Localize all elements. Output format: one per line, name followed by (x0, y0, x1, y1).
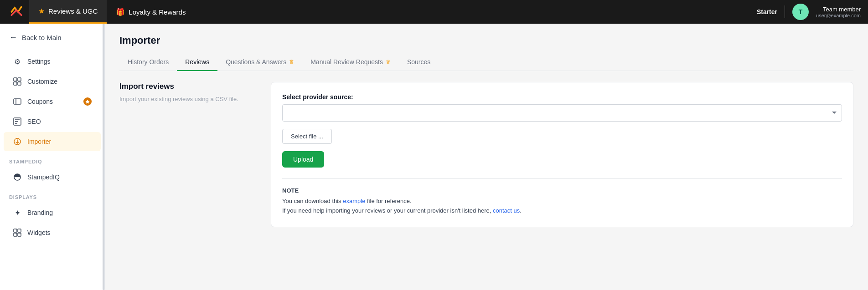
sidebar-item-branding-label: Branding (27, 209, 53, 216)
import-title: Import reviews (119, 82, 256, 91)
tab-manual-review-requests[interactable]: Manual Review Requests ♛ (302, 54, 399, 71)
sidebar-item-settings-label: Settings (27, 58, 51, 65)
coupons-icon (13, 97, 22, 106)
svg-rect-1 (18, 78, 21, 81)
branding-icon: ✦ (13, 208, 22, 217)
sidebar-item-seo-label: SEO (27, 118, 41, 125)
sidebar-item-stampediq-label: StampedIQ (27, 173, 60, 181)
sidebar-scrollbar (103, 24, 104, 290)
nav-right: Starter T Team member user@example.com (757, 4, 861, 20)
nav-tab-loyalty-label: Loyalty & Rewards (129, 8, 186, 16)
sidebar-item-customize[interactable]: Customize (4, 72, 101, 91)
sidebar-item-widgets[interactable]: Widgets (4, 223, 101, 242)
tab-questions-answers-label: Questions & Answers (226, 58, 286, 66)
nav-tab-reviews[interactable]: ★ Reviews & UGC (29, 0, 107, 24)
note-line1: You can download this example file for r… (282, 197, 842, 206)
svg-rect-13 (14, 229, 17, 232)
note-line2-suffix: . (520, 207, 522, 214)
sidebar-item-seo[interactable]: SEO (4, 112, 101, 131)
crown-icon-qa: ♛ (289, 59, 294, 65)
tab-sources-label: Sources (407, 58, 430, 66)
sidebar-item-importer-label: Importer (27, 138, 51, 145)
select-provider-label: Select provider source: (282, 93, 842, 101)
sidebar-item-coupons-label: Coupons (27, 98, 53, 105)
sidebar: ← Back to Main ⚙ Settings Customize (0, 24, 105, 290)
tab-reviews-label: Reviews (185, 58, 209, 66)
back-arrow-icon: ← (9, 33, 17, 42)
displays-section-label: DISPLAYS (0, 187, 104, 203)
select-file-button[interactable]: Select file ... (282, 129, 332, 144)
note-label: NOTE (282, 187, 842, 194)
tab-history-orders[interactable]: History Orders (119, 54, 177, 71)
customize-icon (13, 77, 22, 86)
tab-reviews[interactable]: Reviews (177, 54, 217, 71)
tab-history-orders-label: History Orders (128, 58, 169, 66)
note-line2: If you need help importing your reviews … (282, 206, 842, 216)
importer-icon (13, 137, 22, 146)
svg-rect-15 (14, 233, 17, 236)
sidebar-item-branding[interactable]: ✦ Branding (4, 203, 101, 222)
note-line1-suffix: file for reference. (365, 198, 411, 204)
stampediq-section-label: STAMPEDIQ (0, 152, 104, 167)
note-line1-prefix: You can download this (282, 198, 343, 204)
sidebar-item-coupons[interactable]: Coupons (4, 92, 101, 111)
sidebar-item-widgets-label: Widgets (27, 229, 51, 236)
svg-rect-4 (14, 99, 21, 104)
sidebar-item-customize-label: Customize (27, 78, 57, 85)
svg-rect-2 (14, 82, 17, 85)
tab-manual-review-requests-label: Manual Review Requests (310, 58, 383, 66)
crown-icon-mrr: ♛ (386, 59, 391, 65)
coupons-badge (83, 97, 92, 106)
logo (7, 3, 26, 21)
starter-badge: Starter (757, 8, 777, 15)
top-navigation: ★ Reviews & UGC 🎁 Loyalty & Rewards Star… (0, 0, 868, 24)
tabs-bar: History Orders Reviews Questions & Answe… (119, 54, 853, 71)
svg-marker-6 (86, 100, 90, 104)
sidebar-item-importer[interactable]: Importer (4, 132, 101, 151)
note-line2-prefix: If you need help importing your reviews … (282, 207, 493, 214)
user-name: Team member (823, 6, 861, 13)
sidebar-back-button[interactable]: ← Back to Main (0, 24, 104, 51)
svg-rect-3 (18, 82, 21, 85)
nav-tab-reviews-label: Reviews & UGC (48, 7, 98, 15)
app-body: ← Back to Main ⚙ Settings Customize (0, 24, 868, 290)
note-contact-link[interactable]: contact us (493, 207, 520, 214)
page-title: Importer (119, 35, 853, 46)
sidebar-item-stampediq[interactable]: StampedIQ (4, 168, 101, 187)
seo-icon (13, 117, 22, 126)
star-icon: ★ (38, 7, 45, 15)
user-info: Team member user@example.com (816, 6, 861, 18)
settings-icon: ⚙ (13, 57, 22, 66)
sidebar-item-settings[interactable]: ⚙ Settings (4, 52, 101, 71)
avatar: T (792, 4, 809, 20)
import-card: Select provider source: Select file ... … (271, 82, 853, 227)
content-left: Import reviews Import your existing revi… (119, 82, 256, 104)
upload-button[interactable]: Upload (282, 151, 324, 168)
stampediq-icon (13, 173, 22, 182)
svg-rect-16 (18, 233, 21, 236)
nav-divider (785, 5, 785, 18)
sidebar-back-label: Back to Main (22, 34, 62, 41)
widgets-icon (13, 228, 22, 237)
tab-questions-answers[interactable]: Questions & Answers ♛ (217, 54, 302, 71)
note-section: NOTE You can download this example file … (282, 178, 842, 216)
gift-icon: 🎁 (116, 8, 125, 16)
user-email: user@example.com (816, 13, 861, 18)
main-content: Importer History Orders Reviews Question… (105, 24, 868, 290)
svg-rect-14 (18, 229, 21, 232)
content-area: Import reviews Import your existing revi… (119, 82, 853, 227)
svg-rect-0 (14, 78, 17, 81)
provider-select[interactable] (282, 104, 842, 122)
tab-sources[interactable]: Sources (399, 54, 439, 71)
import-description: Import your existing reviews using a CSV… (119, 95, 256, 104)
note-example-link[interactable]: example (343, 198, 365, 204)
nav-tab-loyalty[interactable]: 🎁 Loyalty & Rewards (107, 0, 195, 24)
